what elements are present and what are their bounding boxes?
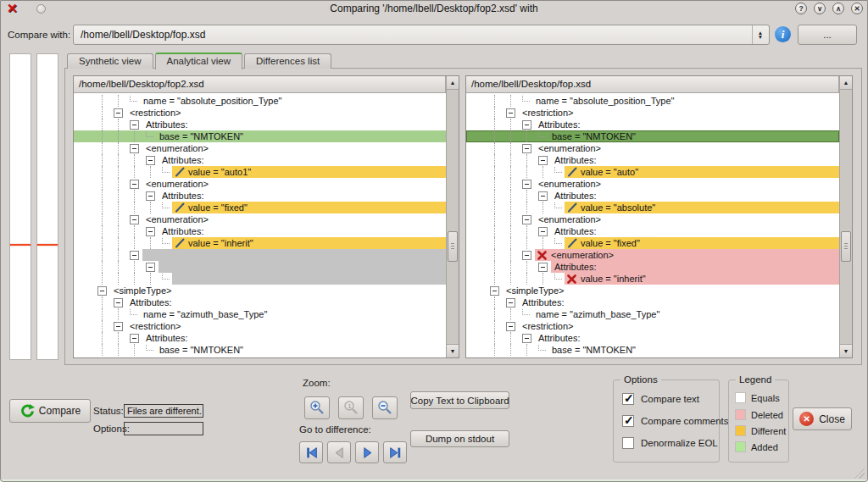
tree-row[interactable]: Attributes: [74, 225, 446, 237]
tree-row[interactable]: Attributes: [466, 261, 839, 273]
overview-map-right[interactable] [36, 53, 58, 360]
browse-button[interactable]: ... [798, 25, 857, 45]
collapse-expander-icon[interactable] [130, 120, 139, 130]
scrollbar-right[interactable]: ▲ ▼ [839, 76, 852, 357]
tree-row[interactable]: Attributes: [466, 332, 839, 344]
resize-grip[interactable] [850, 464, 865, 479]
tree-row[interactable]: Attributes: [74, 119, 446, 130]
zoom-reset-button[interactable]: 1 [338, 396, 364, 419]
tree-row[interactable]: Attributes: [466, 190, 839, 202]
collapse-expander-icon[interactable] [522, 120, 531, 130]
scroll-down-icon[interactable]: ▼ [840, 344, 852, 357]
tree-row[interactable]: Attributes: [466, 225, 839, 237]
tree-row[interactable]: <restriction> [466, 320, 839, 332]
scrollbar-thumb[interactable] [841, 231, 851, 262]
collapse-expander-icon[interactable] [146, 227, 155, 236]
compare-text-checkbox-row[interactable]: Compare text [622, 393, 699, 405]
collapse-expander-icon[interactable] [490, 286, 499, 296]
tree-row[interactable]: Attributes: [74, 332, 446, 344]
previous-difference-button[interactable] [327, 441, 351, 463]
dump-stdout-button[interactable]: Dump on stdout [410, 430, 509, 447]
collapse-expander-icon[interactable] [522, 215, 531, 224]
denormalize-eol-checkbox-row[interactable]: Denormalize EOL [622, 437, 718, 449]
tree-row[interactable]: Attributes: [466, 296, 839, 308]
tree-row[interactable]: Attributes: [74, 190, 446, 202]
tree-row[interactable]: value = "absolute" [466, 202, 839, 213]
tree-row[interactable]: <simpleType> [74, 285, 446, 296]
collapse-expander-icon[interactable] [130, 334, 139, 343]
tree-row[interactable] [74, 249, 446, 261]
tab-analytical-view[interactable]: Analytical view [155, 53, 242, 69]
collapse-expander-icon[interactable] [506, 322, 515, 331]
tree-row[interactable]: Attributes: [466, 154, 839, 166]
collapse-expander-icon[interactable] [97, 286, 107, 296]
tree-row[interactable]: base = "NMTOKEN" [74, 344, 446, 356]
tab-differences-list[interactable]: Differences list [244, 53, 331, 69]
tree-row[interactable]: Attributes: [74, 154, 446, 166]
copy-text-button[interactable]: Copy Text to Clipboard [410, 391, 509, 409]
tree-row[interactable]: <restriction> [74, 107, 446, 119]
checkbox-icon[interactable] [622, 415, 634, 427]
tree-row[interactable]: name = "azimuth_base_Type" [74, 308, 446, 320]
compare-comments-checkbox-row[interactable]: Compare comments [622, 415, 729, 427]
close-window-button[interactable]: ✕ [851, 3, 863, 14]
scrollbar-thumb[interactable] [448, 231, 458, 262]
last-difference-button[interactable] [383, 441, 407, 463]
tree-row[interactable]: value = "inherit" [466, 273, 839, 285]
collapse-expander-icon[interactable] [522, 334, 531, 343]
collapse-expander-icon[interactable] [130, 180, 139, 189]
tree-row[interactable]: <simpleType> [466, 285, 839, 296]
collapse-expander-icon[interactable] [506, 298, 515, 307]
tree-row[interactable]: name = "absolute_position_Type" [74, 95, 446, 107]
scroll-up-icon[interactable]: ▲ [447, 76, 459, 90]
collapse-expander-icon[interactable] [130, 251, 139, 260]
collapse-expander-icon[interactable] [114, 322, 123, 331]
collapse-expander-icon[interactable] [130, 144, 139, 153]
scroll-up-icon[interactable]: ▲ [840, 76, 852, 90]
tree-row[interactable]: Attributes: [74, 296, 446, 308]
tree-row[interactable]: <enumeration> [466, 178, 839, 190]
tree-row[interactable]: <restriction> [74, 320, 446, 332]
zoom-in-button[interactable] [304, 396, 330, 419]
tree-row[interactable]: <enumeration> [74, 213, 446, 225]
tree-row[interactable]: value = "inherit" [74, 237, 446, 249]
collapse-expander-icon[interactable] [114, 108, 123, 118]
tree-row[interactable] [74, 261, 446, 273]
tree-row[interactable]: Attributes: [466, 119, 839, 130]
tree-row[interactable]: base = "NMTOKEN" [466, 344, 839, 356]
tree-row[interactable]: <enumeration> [466, 249, 839, 261]
info-icon[interactable]: i [775, 26, 791, 42]
collapse-expander-icon[interactable] [538, 227, 548, 236]
tree-row[interactable]: <enumeration> [74, 142, 446, 154]
collapse-expander-icon[interactable] [130, 215, 139, 224]
tree-row[interactable]: <enumeration> [74, 178, 446, 190]
collapse-expander-icon[interactable] [538, 191, 548, 201]
scroll-down-icon[interactable]: ▼ [447, 344, 459, 357]
help-button[interactable]: ? [795, 3, 807, 14]
tree-row[interactable]: value = "fixed" [74, 202, 446, 213]
zoom-out-button[interactable] [372, 396, 398, 419]
tree-row[interactable]: name = "absolute_position_Type" [466, 95, 839, 107]
checkbox-icon[interactable] [622, 393, 634, 405]
maximize-button[interactable]: ∧ [832, 3, 844, 14]
tree-row[interactable]: <enumeration> [466, 213, 839, 225]
checkbox-icon[interactable] [622, 437, 634, 449]
tree-row[interactable] [74, 273, 446, 285]
collapse-expander-icon[interactable] [522, 180, 531, 189]
collapse-expander-icon[interactable] [114, 298, 123, 307]
tree-row[interactable]: value = "auto" [466, 166, 839, 178]
collapse-expander-icon[interactable] [146, 191, 155, 201]
first-difference-button[interactable] [299, 441, 323, 463]
collapse-expander-icon[interactable] [146, 156, 155, 165]
collapse-expander-icon[interactable] [522, 144, 531, 153]
tree-row[interactable]: base = "NMTOKEN" [74, 130, 446, 142]
tab-synthetic-view[interactable]: Synthetic view [67, 53, 153, 69]
tree-row[interactable]: name = "azimuth_base_Type" [466, 308, 839, 320]
tree-row[interactable]: <enumeration> [466, 142, 839, 154]
tree-row[interactable]: value = "fixed" [466, 237, 839, 249]
shade-button[interactable]: ∨ [814, 3, 826, 14]
compare-button[interactable]: Compare [9, 399, 91, 423]
collapse-expander-icon[interactable] [538, 156, 548, 165]
overview-map-left[interactable] [9, 53, 31, 360]
collapse-expander-icon[interactable] [522, 251, 531, 260]
